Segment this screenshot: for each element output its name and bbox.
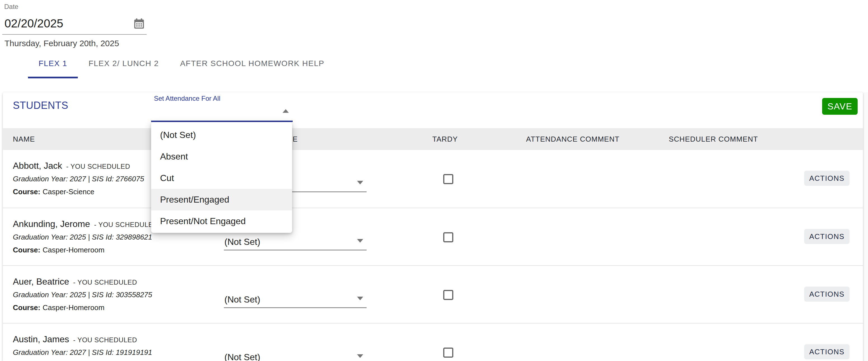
- course-name: Casper-Homeroom: [42, 303, 104, 312]
- scheduler-comment-cell: [658, 324, 800, 361]
- scheduler-comment-cell: [658, 266, 800, 323]
- set-attendance-label: Set Attendance For All: [154, 95, 220, 102]
- student-row-2: Auer, Beatrice - YOU SCHEDULED Graduatio…: [3, 265, 863, 323]
- actions-button[interactable]: ACTIONS: [804, 229, 849, 244]
- period-tabs: FLEX 1 FLEX 2/ LUNCH 2 AFTER SCHOOL HOME…: [28, 50, 335, 78]
- course-name: Casper-Science: [42, 187, 94, 196]
- column-header-attendance-comment: ATTENDANCE COMMENT: [515, 135, 658, 144]
- table-header: NAME ATTENDANCE TYPE TARDY ATTENDANCE CO…: [3, 128, 863, 150]
- student-name: Austin, James: [13, 334, 69, 344]
- course-name: Casper-Homeroom: [42, 246, 104, 254]
- menu-option-3[interactable]: Present/Engaged: [151, 189, 292, 210]
- menu-option-0[interactable]: (Not Set): [151, 124, 292, 146]
- attendance-options-menu: (Not Set) Absent Cut Present/Engaged Pre…: [151, 122, 292, 233]
- student-details: Graduation Year: 2025 | SIS Id: 30355827…: [13, 290, 221, 299]
- actions-cell: ACTIONS: [800, 266, 863, 323]
- student-name: Abbott, Jack: [13, 161, 62, 171]
- tardy-checkbox[interactable]: [443, 174, 453, 184]
- scheduler-comment-cell: [658, 150, 800, 208]
- tardy-cell: [414, 208, 515, 265]
- student-details: Graduation Year: 2025 | SIS Id: 32989862…: [13, 232, 221, 242]
- date-input[interactable]: 02/20/2025: [2, 14, 147, 35]
- course-label: Course:: [13, 187, 40, 196]
- attendance-cell: (Not Set): [221, 266, 414, 323]
- set-attendance-for-all: Set Attendance For All: [151, 95, 294, 125]
- date-input-underline: [2, 34, 147, 35]
- scheduler-comment-cell: [658, 208, 800, 265]
- student-details: Graduation Year: 2027 | SIS Id: 19191919…: [13, 348, 221, 357]
- calendar-icon: [133, 27, 146, 31]
- student-row-0: Abbott, Jack - YOU SCHEDULED Graduation …: [3, 150, 863, 208]
- student-course: Course:Casper-Homeroom: [13, 303, 221, 312]
- student-row-3: Austin, James - YOU SCHEDULED Graduation…: [3, 323, 863, 361]
- attendance-cell: (Not Set): [221, 324, 414, 361]
- student-row-1: Ankunding, Jerome - YOU SCHEDULED Gradua…: [3, 208, 863, 265]
- attendance-page: Date 02/20/2025 Thursday, February 20th,…: [0, 0, 868, 361]
- actions-cell: ACTIONS: [800, 150, 863, 208]
- set-attendance-select[interactable]: [151, 104, 294, 122]
- panel-header: STUDENTS Set Attendance For All SAVE: [3, 92, 863, 128]
- student-course: Course:Casper-Homeroom: [13, 245, 221, 255]
- formatted-date-text: Thursday, February 20th, 2025: [4, 39, 119, 48]
- panel-title: STUDENTS: [13, 100, 68, 111]
- attendance-select-underline: [224, 250, 367, 250]
- column-header-tardy: TARDY: [414, 135, 515, 144]
- save-button[interactable]: SAVE: [822, 98, 858, 115]
- actions-cell: ACTIONS: [800, 208, 863, 265]
- student-info-cell: Austin, James - YOU SCHEDULED Graduation…: [3, 324, 221, 361]
- tab-0[interactable]: FLEX 1: [28, 50, 78, 78]
- scheduled-note: - YOU SCHEDULED: [66, 162, 130, 170]
- tab-2[interactable]: AFTER SCHOOL HOMEWORK HELP: [169, 50, 335, 78]
- attendance-select[interactable]: (Not Set): [224, 340, 367, 361]
- student-rows: Abbott, Jack - YOU SCHEDULED Graduation …: [3, 150, 863, 361]
- attendance-select[interactable]: (Not Set): [224, 283, 367, 308]
- actions-cell: ACTIONS: [800, 324, 863, 361]
- chevron-down-icon: [357, 297, 363, 300]
- menu-option-4[interactable]: Present/Not Engaged: [151, 210, 292, 232]
- actions-button[interactable]: ACTIONS: [804, 171, 849, 186]
- scheduled-note: - YOU SCHEDULED: [73, 278, 137, 286]
- date-value: 02/20/2025: [4, 17, 63, 30]
- attendance-select-value: (Not Set): [224, 351, 260, 361]
- date-label: Date: [4, 3, 19, 11]
- calendar-picker-button[interactable]: [132, 17, 146, 31]
- attendance-comment-cell: [515, 324, 658, 361]
- menu-option-2[interactable]: Cut: [151, 167, 292, 189]
- chevron-down-icon: [357, 239, 363, 243]
- student-name: Auer, Beatrice: [13, 276, 69, 287]
- chevron-down-icon: [357, 354, 363, 358]
- tardy-checkbox[interactable]: [443, 232, 453, 242]
- column-header-scheduler-comment: SCHEDULER COMMENT: [658, 135, 800, 144]
- attendance-comment-cell: [515, 150, 658, 208]
- tardy-checkbox[interactable]: [443, 290, 453, 300]
- menu-option-1[interactable]: Absent: [151, 146, 292, 167]
- page-background-strip: [863, 92, 868, 361]
- student-name: Ankunding, Jerome: [13, 219, 90, 229]
- course-label: Course:: [13, 303, 40, 312]
- actions-button[interactable]: ACTIONS: [804, 287, 849, 302]
- attendance-select-underline: [224, 307, 367, 308]
- scheduled-note: - YOU SCHEDULED: [73, 336, 137, 344]
- tardy-cell: [414, 150, 515, 208]
- attendance-comment-cell: [515, 266, 658, 323]
- scheduled-note: - YOU SCHEDULED: [94, 221, 158, 228]
- tardy-cell: [414, 266, 515, 323]
- attendance-select-value: (Not Set): [224, 236, 260, 248]
- attendance-select-value: (Not Set): [224, 293, 260, 306]
- tardy-cell: [414, 324, 515, 361]
- tab-1[interactable]: FLEX 2/ LUNCH 2: [78, 50, 169, 78]
- tardy-checkbox[interactable]: [443, 348, 453, 358]
- student-info-cell: Auer, Beatrice - YOU SCHEDULED Graduatio…: [3, 266, 221, 323]
- actions-button[interactable]: ACTIONS: [804, 344, 849, 359]
- students-panel: STUDENTS Set Attendance For All SAVE NAM…: [3, 92, 863, 361]
- chevron-down-icon: [357, 181, 363, 184]
- attendance-comment-cell: [515, 208, 658, 265]
- course-label: Course:: [13, 246, 40, 254]
- chevron-up-icon: [283, 109, 289, 113]
